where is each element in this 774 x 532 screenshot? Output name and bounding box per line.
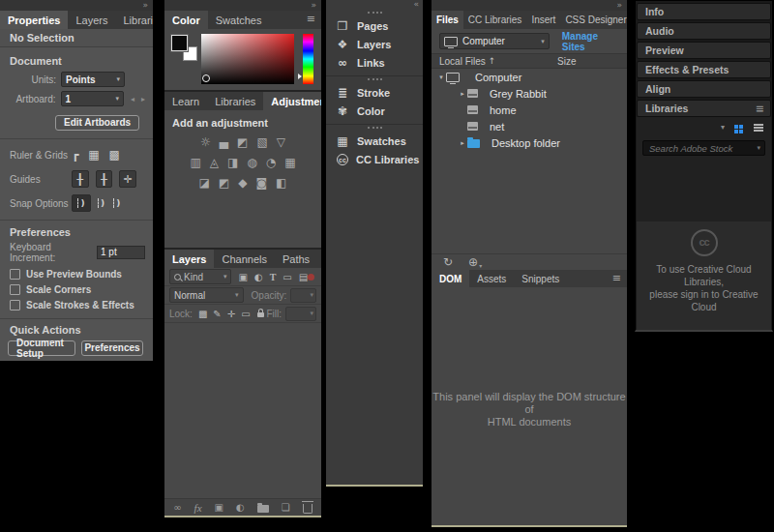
size-column-header[interactable]: Size xyxy=(557,56,576,67)
filter-shape-layers-icon[interactable]: ▭ xyxy=(283,272,291,282)
threshold-icon[interactable]: ◆ xyxy=(238,176,247,190)
lock-position-icon[interactable]: ✛ xyxy=(227,309,235,319)
glyph-guides-button[interactable]: ✛ xyxy=(119,170,136,188)
snap-to-pixel-button[interactable]: ) xyxy=(113,198,120,208)
dock-item-pages[interactable]: ❐ Pages xyxy=(326,16,423,35)
dock-item-swatches[interactable]: ▦ Swatches xyxy=(326,132,423,150)
filter-adjustment-layers-icon[interactable]: ◐ xyxy=(254,272,263,282)
brightness-contrast-icon[interactable]: ☼ xyxy=(200,135,211,149)
lock-transparency-icon[interactable]: ▩ xyxy=(198,309,207,319)
lock-pixels-icon[interactable]: ✎ xyxy=(213,309,221,319)
manage-sites-link[interactable]: Manage Sites xyxy=(562,31,619,52)
layer-mask-icon[interactable]: ▣ xyxy=(215,502,223,513)
edit-artboards-button[interactable]: Edit Artboards xyxy=(55,115,139,131)
dock-item-color[interactable]: ✾ Color xyxy=(326,102,423,120)
selective-color-icon[interactable]: ◙ xyxy=(255,176,267,190)
show-guides-button[interactable]: ╂ xyxy=(72,170,89,188)
document-setup-button[interactable]: Document Setup xyxy=(8,340,75,356)
lock-guides-button[interactable]: ╂ xyxy=(96,170,113,188)
panel-menu-icon[interactable]: ≡ xyxy=(301,11,321,29)
tab-layers[interactable]: Layers xyxy=(68,11,115,29)
filter-type-layers-icon[interactable]: T xyxy=(270,272,277,282)
local-files-column-header[interactable]: Local Files xyxy=(432,56,486,67)
vibrance-icon[interactable]: ▽ xyxy=(277,135,285,149)
panel-menu-icon[interactable]: ≡ xyxy=(317,250,321,268)
connect-to-server-button[interactable]: ⊕ ▾ xyxy=(468,255,482,269)
new-layer-icon[interactable]: ❏ xyxy=(282,502,290,513)
grid-icon[interactable]: ▦ xyxy=(88,148,99,162)
filter-pixel-layers-icon[interactable]: ▣ xyxy=(238,272,247,282)
color-balance-icon[interactable]: ◬ xyxy=(210,156,219,169)
panel-header-info[interactable]: Info xyxy=(637,3,771,20)
collapse-panel-icon[interactable]: « xyxy=(326,0,423,10)
drag-grip[interactable] xyxy=(368,78,382,80)
panel-header-effects-presets[interactable]: Effects & Presets xyxy=(637,61,771,78)
tree-row-desktop-folder[interactable]: ▸ Desktop folder xyxy=(432,134,627,151)
hue-slider-arrow[interactable] xyxy=(298,74,302,79)
delete-layer-icon[interactable] xyxy=(303,504,313,514)
tab-layers[interactable]: Layers xyxy=(164,250,214,268)
hue-slider[interactable] xyxy=(303,34,313,84)
chevron-down-icon[interactable]: ▾ xyxy=(757,144,760,152)
tab-libraries[interactable]: Libraries xyxy=(115,11,153,29)
tab-files[interactable]: Files xyxy=(432,11,463,29)
lock-artboard-icon[interactable]: ▭ xyxy=(241,309,250,319)
fill-select[interactable]: ▾ xyxy=(285,307,316,321)
panel-header-align[interactable]: Align xyxy=(637,80,771,98)
channel-mixer-icon[interactable]: ◔ xyxy=(266,156,276,169)
filter-kind-select[interactable]: Kind ▾ xyxy=(169,269,231,284)
tab-dom[interactable]: DOM xyxy=(432,270,469,287)
tab-color[interactable]: Color xyxy=(164,11,208,29)
link-layers-icon[interactable]: ∞ xyxy=(173,502,181,513)
panel-menu-icon[interactable]: ≡ xyxy=(756,103,764,115)
filtering-toggle[interactable] xyxy=(308,274,314,281)
collapse-panel-icon[interactable]: » xyxy=(164,0,321,11)
drag-grip[interactable] xyxy=(368,127,382,129)
dock-item-layers[interactable]: ❖ Layers xyxy=(326,35,423,53)
foreground-color-swatch[interactable] xyxy=(171,35,188,51)
hue-saturation-icon[interactable]: ▥ xyxy=(190,156,200,169)
dock-item-links[interactable]: ∞ Links xyxy=(326,53,423,72)
scale-corners-checkbox[interactable] xyxy=(10,284,20,295)
filter-smart-objects-icon[interactable]: ▤ xyxy=(299,272,308,282)
new-group-icon[interactable] xyxy=(257,505,269,513)
units-select[interactable]: Points ▾ xyxy=(61,72,125,87)
tab-adjustments[interactable]: Adjustments xyxy=(263,92,321,110)
tab-swatches[interactable]: Swatches xyxy=(208,11,270,29)
tab-learn[interactable]: Learn xyxy=(164,92,207,110)
use-preview-bounds-checkbox[interactable] xyxy=(10,269,20,280)
tab-css-designer[interactable]: CSS Designer xyxy=(560,11,627,29)
ruler-icon[interactable]: ┏ xyxy=(72,148,78,162)
drag-grip[interactable] xyxy=(368,12,382,14)
tab-assets[interactable]: Assets xyxy=(469,270,514,287)
invert-icon[interactable]: ◪ xyxy=(199,176,210,190)
collapse-panel-icon[interactable]: » xyxy=(0,0,153,11)
tree-row-computer[interactable]: ▾ Computer xyxy=(432,69,627,85)
snap-to-point-button[interactable]: ) xyxy=(72,194,91,212)
keyboard-increment-input[interactable] xyxy=(97,246,145,259)
tab-snippets[interactable]: Snippets xyxy=(514,270,567,287)
dock-item-stroke[interactable]: ≣ Stroke xyxy=(326,83,423,102)
dock-item-cc-libraries[interactable]: cc CC Libraries xyxy=(326,150,423,168)
tab-properties[interactable]: Properties xyxy=(0,11,68,29)
tree-row-grey-rabbit[interactable]: ▸ Grey Rabbit xyxy=(432,85,627,102)
snap-to-grid-button[interactable]: ) xyxy=(98,198,104,208)
twisty-icon[interactable]: ▾ xyxy=(436,74,446,81)
posterize-icon[interactable]: ◩ xyxy=(219,176,229,190)
library-dropdown-icon[interactable]: ▾ xyxy=(721,123,725,132)
opacity-select[interactable]: ▾ xyxy=(290,288,316,303)
adjustment-layer-icon[interactable]: ◐ xyxy=(236,502,245,513)
twisty-icon[interactable]: ▸ xyxy=(458,90,467,98)
site-selector[interactable]: Computer ▾ xyxy=(439,33,550,49)
artboard-select[interactable]: 1 ▾ xyxy=(61,91,124,106)
tab-paths[interactable]: Paths xyxy=(275,250,317,268)
scale-strokes-checkbox[interactable] xyxy=(10,300,20,310)
pixel-grid-icon[interactable]: ▩ xyxy=(109,148,120,162)
curves-icon[interactable]: ◩ xyxy=(237,135,248,149)
panel-header-audio[interactable]: Audio xyxy=(637,22,771,40)
next-artboard-icon[interactable]: ▸ xyxy=(141,95,145,103)
list-view-icon[interactable] xyxy=(754,124,763,126)
photo-filter-icon[interactable]: ◍ xyxy=(247,156,256,169)
tab-libraries[interactable]: Libraries xyxy=(207,92,263,110)
prev-artboard-icon[interactable]: ◂ xyxy=(131,95,134,103)
